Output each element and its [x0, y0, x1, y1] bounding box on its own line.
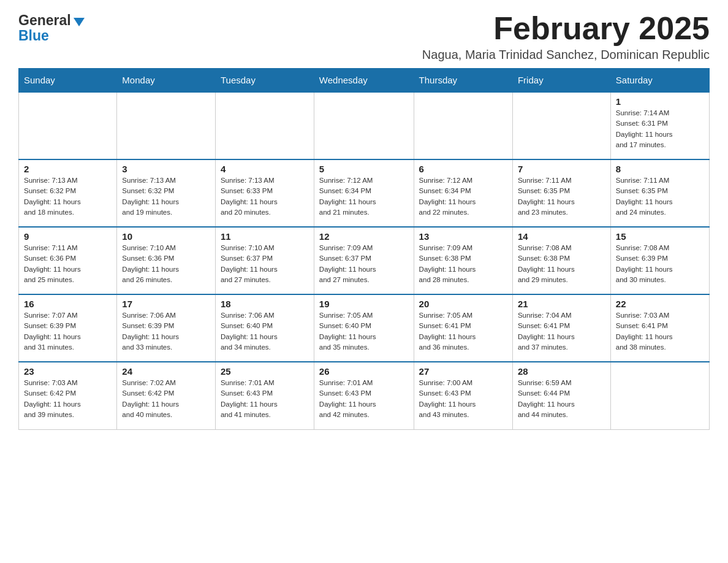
calendar-cell: [314, 92, 414, 159]
day-number: 14: [518, 231, 605, 242]
calendar-cell: 23Sunrise: 7:03 AM Sunset: 6:42 PM Dayli…: [19, 362, 117, 429]
day-info: Sunrise: 7:05 AM Sunset: 6:40 PM Dayligh…: [319, 310, 409, 353]
month-title: February 2025: [422, 12, 710, 44]
title-block: February 2025 Nagua, Maria Trinidad Sanc…: [422, 12, 710, 62]
calendar-cell: 28Sunrise: 6:59 AM Sunset: 6:44 PM Dayli…: [512, 362, 610, 429]
calendar-cell: 6Sunrise: 7:12 AM Sunset: 6:34 PM Daylig…: [414, 159, 512, 227]
calendar-cell: [117, 92, 216, 159]
calendar-week-1: 1Sunrise: 7:14 AM Sunset: 6:31 PM Daylig…: [19, 92, 710, 159]
day-info: Sunrise: 7:11 AM Sunset: 6:35 PM Dayligh…: [616, 175, 704, 218]
day-info: Sunrise: 7:13 AM Sunset: 6:33 PM Dayligh…: [221, 175, 309, 218]
column-header-saturday: Saturday: [610, 69, 709, 93]
day-number: 23: [24, 366, 112, 377]
calendar-cell: 3Sunrise: 7:13 AM Sunset: 6:32 PM Daylig…: [117, 159, 216, 227]
calendar-cell: 27Sunrise: 7:00 AM Sunset: 6:43 PM Dayli…: [414, 362, 512, 429]
day-number: 4: [221, 164, 309, 174]
calendar-cell: 2Sunrise: 7:13 AM Sunset: 6:32 PM Daylig…: [19, 159, 117, 227]
day-info: Sunrise: 7:01 AM Sunset: 6:43 PM Dayligh…: [221, 378, 309, 420]
calendar-cell: [512, 92, 610, 159]
logo-general-text: General: [18, 12, 71, 29]
calendar-cell: [19, 92, 117, 159]
day-number: 28: [518, 366, 605, 377]
calendar-week-2: 2Sunrise: 7:13 AM Sunset: 6:32 PM Daylig…: [19, 159, 710, 227]
calendar-cell: 24Sunrise: 7:02 AM Sunset: 6:42 PM Dayli…: [117, 362, 216, 429]
location-subtitle: Nagua, Maria Trinidad Sanchez, Dominican…: [422, 48, 710, 62]
day-info: Sunrise: 7:11 AM Sunset: 6:35 PM Dayligh…: [518, 175, 605, 218]
day-number: 18: [221, 299, 309, 309]
calendar-table: SundayMondayTuesdayWednesdayThursdayFrid…: [18, 68, 710, 430]
day-info: Sunrise: 7:09 AM Sunset: 6:37 PM Dayligh…: [319, 243, 409, 285]
day-info: Sunrise: 7:05 AM Sunset: 6:41 PM Dayligh…: [419, 310, 507, 353]
calendar-cell: 13Sunrise: 7:09 AM Sunset: 6:38 PM Dayli…: [414, 227, 512, 294]
calendar-cell: 4Sunrise: 7:13 AM Sunset: 6:33 PM Daylig…: [215, 159, 314, 227]
day-number: 6: [419, 164, 507, 174]
calendar-cell: 26Sunrise: 7:01 AM Sunset: 6:43 PM Dayli…: [314, 362, 414, 429]
calendar-cell: 19Sunrise: 7:05 AM Sunset: 6:40 PM Dayli…: [314, 294, 414, 362]
day-number: 7: [518, 164, 605, 174]
calendar-cell: 5Sunrise: 7:12 AM Sunset: 6:34 PM Daylig…: [314, 159, 414, 227]
day-info: Sunrise: 7:07 AM Sunset: 6:39 PM Dayligh…: [24, 310, 112, 353]
column-header-friday: Friday: [512, 69, 610, 93]
calendar-cell: 7Sunrise: 7:11 AM Sunset: 6:35 PM Daylig…: [512, 159, 610, 227]
day-number: 20: [419, 299, 507, 309]
day-info: Sunrise: 7:10 AM Sunset: 6:36 PM Dayligh…: [122, 243, 210, 285]
day-info: Sunrise: 6:59 AM Sunset: 6:44 PM Dayligh…: [518, 378, 605, 420]
column-header-sunday: Sunday: [19, 69, 117, 93]
column-header-thursday: Thursday: [414, 69, 512, 93]
day-info: Sunrise: 7:09 AM Sunset: 6:38 PM Dayligh…: [419, 243, 507, 285]
day-info: Sunrise: 7:11 AM Sunset: 6:36 PM Dayligh…: [24, 243, 112, 285]
day-number: 21: [518, 299, 605, 309]
calendar-cell: 20Sunrise: 7:05 AM Sunset: 6:41 PM Dayli…: [414, 294, 512, 362]
day-info: Sunrise: 7:12 AM Sunset: 6:34 PM Dayligh…: [319, 175, 409, 218]
calendar-cell: 9Sunrise: 7:11 AM Sunset: 6:36 PM Daylig…: [19, 227, 117, 294]
day-info: Sunrise: 7:06 AM Sunset: 6:40 PM Dayligh…: [221, 310, 309, 353]
day-info: Sunrise: 7:08 AM Sunset: 6:39 PM Dayligh…: [616, 243, 704, 285]
calendar-cell: 17Sunrise: 7:06 AM Sunset: 6:39 PM Dayli…: [117, 294, 216, 362]
day-info: Sunrise: 7:00 AM Sunset: 6:43 PM Dayligh…: [419, 378, 507, 420]
calendar-cell: [414, 92, 512, 159]
calendar-cell: 25Sunrise: 7:01 AM Sunset: 6:43 PM Dayli…: [215, 362, 314, 429]
day-number: 16: [24, 299, 112, 309]
calendar-cell: [610, 362, 709, 429]
day-number: 17: [122, 299, 210, 309]
day-info: Sunrise: 7:06 AM Sunset: 6:39 PM Dayligh…: [122, 310, 210, 353]
column-header-wednesday: Wednesday: [314, 69, 414, 93]
day-number: 22: [616, 299, 704, 309]
calendar-cell: 16Sunrise: 7:07 AM Sunset: 6:39 PM Dayli…: [19, 294, 117, 362]
calendar-cell: 18Sunrise: 7:06 AM Sunset: 6:40 PM Dayli…: [215, 294, 314, 362]
day-info: Sunrise: 7:02 AM Sunset: 6:42 PM Dayligh…: [122, 378, 210, 420]
day-number: 3: [122, 164, 210, 174]
logo-blue-text: Blue: [18, 28, 49, 44]
day-number: 24: [122, 366, 210, 377]
calendar-cell: 14Sunrise: 7:08 AM Sunset: 6:38 PM Dayli…: [512, 227, 610, 294]
calendar-cell: 15Sunrise: 7:08 AM Sunset: 6:39 PM Dayli…: [610, 227, 709, 294]
calendar-week-5: 23Sunrise: 7:03 AM Sunset: 6:42 PM Dayli…: [19, 362, 710, 429]
day-info: Sunrise: 7:10 AM Sunset: 6:37 PM Dayligh…: [221, 243, 309, 285]
page-header: General Blue February 2025 Nagua, Maria …: [18, 12, 710, 62]
day-info: Sunrise: 7:12 AM Sunset: 6:34 PM Dayligh…: [419, 175, 507, 218]
day-info: Sunrise: 7:04 AM Sunset: 6:41 PM Dayligh…: [518, 310, 605, 353]
day-info: Sunrise: 7:03 AM Sunset: 6:41 PM Dayligh…: [616, 310, 704, 353]
logo-triangle-icon: [74, 18, 85, 26]
day-number: 19: [319, 299, 409, 309]
day-number: 9: [24, 231, 112, 242]
calendar-cell: 21Sunrise: 7:04 AM Sunset: 6:41 PM Dayli…: [512, 294, 610, 362]
calendar-cell: 22Sunrise: 7:03 AM Sunset: 6:41 PM Dayli…: [610, 294, 709, 362]
day-number: 12: [319, 231, 409, 242]
day-info: Sunrise: 7:13 AM Sunset: 6:32 PM Dayligh…: [122, 175, 210, 218]
day-info: Sunrise: 7:14 AM Sunset: 6:31 PM Dayligh…: [616, 108, 704, 150]
calendar-cell: 12Sunrise: 7:09 AM Sunset: 6:37 PM Dayli…: [314, 227, 414, 294]
day-number: 8: [616, 164, 704, 174]
calendar-week-3: 9Sunrise: 7:11 AM Sunset: 6:36 PM Daylig…: [19, 227, 710, 294]
day-info: Sunrise: 7:01 AM Sunset: 6:43 PM Dayligh…: [319, 378, 409, 420]
column-header-tuesday: Tuesday: [215, 69, 314, 93]
day-info: Sunrise: 7:03 AM Sunset: 6:42 PM Dayligh…: [24, 378, 112, 420]
day-number: 10: [122, 231, 210, 242]
day-number: 26: [319, 366, 409, 377]
day-number: 5: [319, 164, 409, 174]
day-number: 11: [221, 231, 309, 242]
logo: General Blue: [18, 12, 85, 44]
calendar-cell: [215, 92, 314, 159]
day-number: 27: [419, 366, 507, 377]
day-number: 13: [419, 231, 507, 242]
